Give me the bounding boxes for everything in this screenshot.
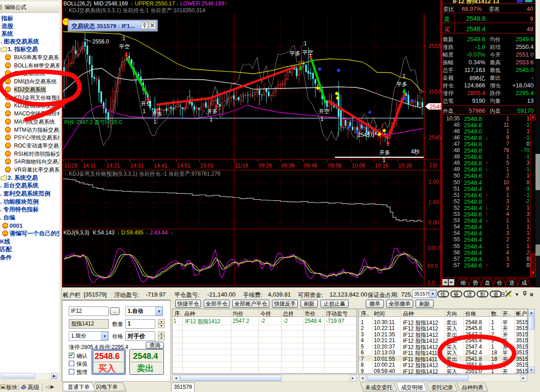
svg-text:09:26: 09:26 bbox=[258, 163, 272, 169]
svg-text:开多: 开多 bbox=[152, 111, 162, 117]
svg-text:10:06: 10:06 bbox=[352, 163, 365, 169]
svg-text:↓: ↓ bbox=[117, 229, 119, 236]
svg-text:开空: 开空 bbox=[141, 100, 152, 107]
svg-text:开空: 开空 bbox=[319, 108, 330, 115]
svg-text:均价 2547.2 盈亏 -720.0: 均价 2547.2 盈亏 -720.0 bbox=[63, 119, 122, 125]
svg-text:1: 1 bbox=[143, 108, 146, 115]
svg-text:0.0: 0.0 bbox=[427, 280, 435, 286]
svg-text:14:51: 14:51 bbox=[177, 163, 191, 169]
svg-text:50.0: 50.0 bbox=[427, 263, 438, 269]
svg-text:平空: 平空 bbox=[302, 49, 313, 56]
svg-text:2545: 2545 bbox=[428, 134, 441, 141]
svg-text:14:31: 14:31 bbox=[130, 163, 144, 169]
svg-text:K:54.143: K:54.143 bbox=[93, 229, 115, 236]
svg-text:↓: ↓ bbox=[145, 229, 148, 236]
svg-text:09:46: 09:46 bbox=[304, 163, 317, 169]
svg-text:↓: ↓ bbox=[176, 0, 178, 7]
svg-text:2556.0: 2556.0 bbox=[92, 38, 109, 45]
svg-text:2548: 2548 bbox=[430, 103, 441, 110]
svg-text:4秒: 4秒 bbox=[411, 148, 420, 155]
svg-text:2545.0: 2545.0 bbox=[358, 132, 374, 138]
svg-text:11/18: 11/18 bbox=[64, 163, 77, 169]
svg-text:平多: 平多 bbox=[397, 81, 407, 87]
svg-text:2.00: 2.00 bbox=[428, 179, 439, 185]
svg-text:10:26: 10:26 bbox=[398, 163, 412, 169]
svg-text:2550: 2550 bbox=[428, 88, 441, 95]
svg-text:平空: 平空 bbox=[119, 43, 130, 50]
svg-text::1: :1 bbox=[121, 35, 125, 42]
svg-text:↑: ↑ bbox=[64, 171, 67, 177]
svg-text:09:56: 09:56 bbox=[328, 163, 342, 169]
svg-text:↑: ↑ bbox=[225, 0, 227, 7]
svg-text:1: 1 bbox=[210, 116, 213, 123]
svg-text:14:41: 14:41 bbox=[154, 163, 167, 169]
svg-text:MID:2548.169: MID:2548.169 bbox=[94, 0, 128, 7]
svg-text:10:16: 10:16 bbox=[375, 163, 388, 169]
svg-text:1: 1 bbox=[153, 119, 157, 125]
svg-text:UPPER:2550.17: UPPER:2550.17 bbox=[135, 0, 175, 7]
svg-text:BOLL(26,2): BOLL(26,2) bbox=[63, 0, 91, 7]
svg-text:↑: ↑ bbox=[64, 7, 67, 14]
svg-text:2555: 2555 bbox=[428, 43, 441, 49]
svg-text:开多: 开多 bbox=[379, 149, 390, 156]
svg-text:09:36: 09:36 bbox=[281, 163, 295, 169]
svg-text:11/19: 11/19 bbox=[235, 163, 248, 169]
svg-text:交易状态 351579 : IF1...: 交易状态 351579 : IF1... bbox=[71, 23, 135, 29]
svg-text:14:21: 14:21 bbox=[106, 163, 120, 169]
svg-text:开多: 开多 bbox=[207, 108, 218, 115]
svg-text:平多: 平多 bbox=[290, 50, 301, 57]
svg-text::1: :1 bbox=[302, 40, 307, 47]
svg-text:15:01: 15:01 bbox=[200, 163, 214, 169]
svg-text:↓: ↓ bbox=[130, 0, 133, 7]
svg-text:KDJ(9,3,3): KDJ(9,3,3) bbox=[63, 229, 89, 236]
svg-text:1.00: 1.00 bbox=[428, 199, 439, 206]
svg-text:KDJ交易系统(9,3,3,1) 当前持仓:1 当前资产:: KDJ交易系统(9,3,3,1) 当前持仓:1 当前资产:1018350.314 bbox=[69, 7, 205, 14]
svg-text:D:59.495: D:59.495 bbox=[121, 229, 143, 236]
svg-text:0.00: 0.00 bbox=[428, 220, 439, 226]
svg-text:14:11: 14:11 bbox=[83, 163, 96, 169]
svg-text:KDJ金死叉价格预测(9,3,3,1) 当前持仓:-1 当: KDJ金死叉价格预测(9,3,3,1) 当前持仓:-1 当前资产:978761.… bbox=[69, 171, 220, 177]
svg-text:↓: ↓ bbox=[170, 229, 173, 236]
svg-text:J:43.44: J:43.44 bbox=[150, 229, 168, 236]
svg-text:1分: 1分 bbox=[429, 162, 438, 168]
svg-text:LOWER:2546.169: LOWER:2546.169 bbox=[180, 0, 225, 7]
svg-text:100.0: 100.0 bbox=[427, 245, 441, 251]
svg-text:1: 1 bbox=[320, 116, 324, 122]
svg-text::1: :1 bbox=[401, 73, 406, 79]
